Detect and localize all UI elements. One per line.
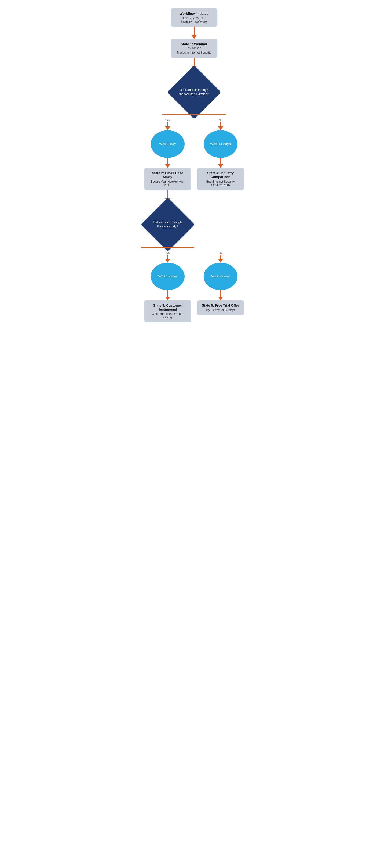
no-label-2: No	[219, 251, 222, 254]
state1-box: State 1: Webinar Invitation Trends in In…	[171, 39, 217, 58]
state2-title: State 2: Email Case Study	[149, 172, 187, 179]
wait-yes-1-circle: Wait 1 day	[151, 130, 185, 158]
arrow-no-2	[218, 259, 223, 262]
arrow-yes-1b	[165, 164, 170, 168]
wait-no-2-label: Wait 7 days	[211, 274, 230, 279]
decision2-col: Did lead click through the case study?	[141, 202, 194, 247]
yes-label-2: Yes	[165, 251, 170, 254]
connector-no-2	[218, 255, 223, 262]
state4-box: State 4: Industry Comparison Best Intern…	[197, 168, 244, 190]
state4-title: State 4: Industry Comparison	[201, 172, 239, 179]
arrow-no-1	[218, 126, 223, 130]
line-yes-1b	[167, 158, 168, 164]
arrow-yes-2b	[165, 297, 170, 300]
state1-title: State 1: Webinar Invitation	[175, 42, 213, 50]
decision1-diamond: Did lead click through the webinar invit…	[172, 70, 216, 114]
branch1-row: Yes Wait 1 day State 2: Email Case Study…	[141, 119, 247, 190]
center-arrow-container	[141, 190, 247, 202]
no-label-1: No	[219, 119, 222, 122]
state1-subtitle: Trends in Internet Security	[175, 51, 213, 54]
branch1-h-container	[141, 114, 247, 119]
branch1-h-line	[162, 114, 226, 115]
flowchart: Workflow Initiated New Lead CreatedIndus…	[118, 8, 270, 322]
state5-subtitle: Try us free for 30 days	[201, 308, 239, 312]
branch1-yes-col: Yes Wait 1 day State 2: Email Case Study…	[141, 119, 194, 190]
arrow-yes-2	[165, 259, 170, 262]
decision2-text: Did lead click through the case study?	[153, 220, 183, 228]
connector-yes-1	[165, 122, 170, 130]
line-1	[194, 27, 195, 35]
state4-subtitle: Best Internet Security Services 2016	[201, 180, 239, 187]
branch2-yes-col: Yes Wait 3 days State 3: Customer Testim…	[141, 251, 194, 322]
start-title: Workflow Initiated	[175, 12, 213, 16]
wait-yes-1-label: Wait 1 day	[159, 142, 176, 146]
connector-no-1b	[218, 158, 223, 168]
connector-1	[192, 27, 197, 39]
branch1-no-col: No Wait 14 days State 4: Industry Compar…	[194, 119, 247, 190]
wait-yes-2-circle: Wait 3 days	[151, 262, 185, 290]
state5-box: State 5: Free Trial Offer Try us free fo…	[197, 300, 244, 315]
branch2-h-container	[141, 247, 194, 251]
state3-title: State 3: Customer Testimonial	[149, 304, 187, 311]
decision2-diamond: Did lead click through the case study?	[146, 202, 190, 247]
branch2-h-line	[141, 247, 194, 248]
state5-title: State 5: Free Trial Offer	[201, 304, 239, 308]
state3-subtitle: What our customers are saying	[149, 312, 187, 319]
start-subtitle: New Lead CreatedIndustry = Software	[175, 17, 213, 23]
arrow-no-2b	[218, 297, 223, 300]
line-yes-2	[167, 255, 168, 259]
decision1-text: Did lead click through the webinar invit…	[179, 88, 209, 96]
connector-no-2b	[218, 290, 223, 300]
line-yes-2b	[167, 290, 168, 297]
arrow-yes-1	[165, 126, 170, 130]
connector-no-1	[218, 122, 223, 130]
connector-yes-2b	[165, 290, 170, 300]
state2-subtitle: Secure Your Network with Wolfe	[149, 180, 187, 187]
line-no-2	[220, 255, 221, 259]
line-no-2b	[220, 290, 221, 297]
branch2-row-wrapper: Yes Wait 3 days State 3: Customer Testim…	[141, 251, 247, 322]
state2-box: State 2: Email Case Study Secure Your Ne…	[144, 168, 191, 190]
wait-no-2-circle: Wait 7 days	[204, 262, 237, 290]
connector-yes-2	[165, 255, 170, 262]
line-2	[194, 58, 195, 66]
branch2-h-wrapper	[141, 247, 247, 251]
start-box: Workflow Initiated New Lead CreatedIndus…	[171, 8, 217, 27]
arrow-1	[192, 35, 197, 39]
state3-box: State 3: Customer Testimonial What our c…	[144, 300, 191, 322]
line-yes-1	[167, 122, 168, 126]
connector-yes-1b	[165, 158, 170, 168]
wait-yes-2-label: Wait 3 days	[158, 274, 177, 279]
line-no-1	[220, 122, 221, 126]
yes-label-1: Yes	[165, 119, 170, 122]
line-no-1b	[220, 158, 221, 164]
decision2-container: Did lead click through the case study?	[141, 202, 247, 247]
arrow-no-1b	[218, 164, 223, 168]
branch2-row: Yes Wait 3 days State 3: Customer Testim…	[141, 251, 247, 322]
line-3	[167, 190, 168, 198]
wait-no-1-label: Wait 14 days	[210, 142, 231, 146]
wait-no-1-circle: Wait 14 days	[204, 130, 237, 158]
branch2-no-col: No Wait 7 days State 5: Free Trial Offer…	[194, 251, 247, 315]
